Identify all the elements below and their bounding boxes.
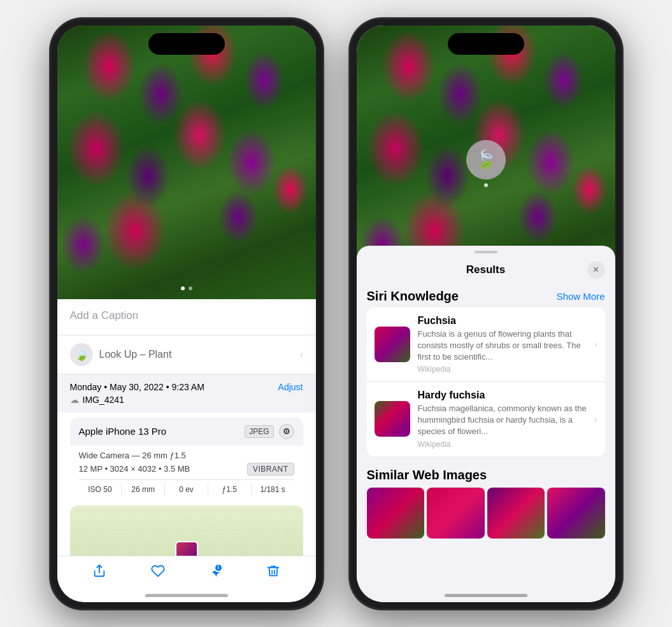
camera-info-card: Apple iPhone 13 Pro JPEG ⚙ Wide Camera —… [70,418,303,500]
photo-info-section: Monday • May 30, 2022 • 9:23 AM Adjust ☁… [57,374,316,412]
flower-photo-left [57,25,316,299]
photo-dots-left [181,286,192,290]
trash-icon [266,564,280,582]
info-sparkle-wrap: ✦ i [210,565,222,581]
siri-knowledge-header: Siri Knowledge Show More [357,284,615,307]
caption-placeholder[interactable]: Add a Caption [70,309,139,321]
show-more-button[interactable]: Show More [557,291,605,302]
info-badge-letter: i [217,565,219,570]
vibrant-badge: VIBRANT [247,463,294,476]
hardy-thumb-image [375,401,410,437]
results-title: Results [385,264,587,276]
similar-image-3[interactable] [487,488,545,539]
similar-title: Similar Web Images [367,468,605,483]
share-icon [92,564,106,582]
hardy-thumbnail [375,401,410,437]
bottom-toolbar: ✦ i [57,556,316,584]
results-header: Results ✕ [357,253,615,284]
left-phone: Add a Caption 🍃 Look Up – Plant › Monday… [50,18,324,610]
spec-ev: 0 ev [165,484,208,495]
hardy-description: Fuchsia magellanica, commonly known as t… [418,403,587,438]
camera-name: Apple iPhone 13 Pro [79,426,167,437]
close-icon: ✕ [592,265,599,274]
lookup-chevron-icon: › [300,349,303,360]
hardy-name: Hardy fuchsia [418,390,587,401]
adjust-button[interactable]: Adjust [278,382,303,392]
like-button[interactable] [151,564,165,582]
lookup-label: Look Up – [99,349,146,360]
camera-lens: Wide Camera — 26 mm ƒ1.5 [79,451,294,460]
fuchsia-thumb-image [375,327,410,362]
spec-iso: ISO 50 [79,484,122,495]
flower-background-left [57,25,316,299]
jpeg-badge: JPEG [245,425,273,438]
results-scroll[interactable]: Siri Knowledge Show More Fuchsia Fuchsia… [357,284,615,602]
similar-image-1[interactable] [367,488,425,539]
cloud-icon: ☁ [70,395,79,405]
lookup-subject: Plant [148,349,171,360]
siri-dot [484,183,488,187]
camera-specs-row: ISO 50 26 mm 0 ev ƒ1.5 1/181 s [79,479,294,495]
share-button[interactable] [92,564,106,582]
knowledge-item-hardy[interactable]: Hardy fuchsia Fuchsia magellanica, commo… [367,381,605,456]
lookup-text: Look Up – Plant [99,349,172,360]
dynamic-island-right [448,33,524,55]
knowledge-card: Fuchsia Fuchsia is a genus of flowering … [367,307,605,456]
info-button[interactable]: ✦ i [210,565,222,581]
home-indicator-left [145,594,228,597]
siri-knowledge-title: Siri Knowledge [367,289,459,304]
camera-header: Apple iPhone 13 Pro JPEG ⚙ [70,418,303,446]
trash-button[interactable] [266,564,280,582]
similar-images-row [367,488,605,539]
photo-date: Monday • May 30, 2022 • 9:23 AM [70,382,204,392]
home-indicator-right [445,594,527,597]
siri-leaf-icon: 🍃 [475,149,497,170]
dot-1 [181,286,185,290]
right-phone: 🍃 Results ✕ [349,18,623,610]
camera-details: Wide Camera — 26 mm ƒ1.5 12 MP • 3024 × … [70,446,303,500]
hardy-source: Wikipedia [418,440,587,449]
info-date-row: Monday • May 30, 2022 • 9:23 AM Adjust [70,382,303,392]
lookup-row[interactable]: 🍃 Look Up – Plant › [57,335,316,374]
lookup-icon-circle: 🍃 [70,343,93,366]
fuchsia-chevron-icon: › [594,339,597,349]
caption-area[interactable]: Add a Caption [57,299,316,335]
hardy-chevron-icon: › [594,414,597,424]
fuchsia-content: Fuchsia Fuchsia is a genus of flowering … [418,315,587,374]
photo-section-left[interactable] [57,25,316,299]
camera-badges: JPEG ⚙ [245,424,294,439]
right-screen: 🍃 Results ✕ [357,25,615,602]
heart-icon [151,564,165,582]
filename-row: ☁ IMG_4241 [70,395,303,405]
camera-mp-row: 12 MP • 3024 × 4032 • 3.5 MB VIBRANT [79,463,294,476]
dynamic-island-left [148,33,225,55]
fuchsia-description: Fuchsia is a genus of flowering plants t… [418,328,587,363]
left-screen: Add a Caption 🍃 Look Up – Plant › Monday… [57,25,316,602]
gear-icon[interactable]: ⚙ [279,424,294,439]
filename: IMG_4241 [83,395,124,405]
fuchsia-name: Fuchsia [418,315,587,327]
fuchsia-source: Wikipedia [418,365,587,374]
similar-image-2[interactable] [427,488,485,539]
similar-image-4[interactable] [547,488,605,539]
camera-megapixels: 12 MP • 3024 × 4032 • 3.5 MB [79,464,190,474]
results-panel: Results ✕ Siri Knowledge Show More [357,246,615,602]
fuchsia-thumbnail [375,327,410,362]
info-badge: i [214,563,223,572]
dot-2 [189,286,192,290]
spec-mm: 26 mm [122,484,165,495]
siri-recognition-button[interactable]: 🍃 [466,140,506,180]
close-button[interactable]: ✕ [587,261,605,279]
hardy-content: Hardy fuchsia Fuchsia magellanica, commo… [418,390,587,449]
knowledge-item-fuchsia[interactable]: Fuchsia Fuchsia is a genus of flowering … [367,307,605,382]
leaf-icon: 🍃 [75,348,89,362]
similar-section: Similar Web Images [357,460,615,542]
spec-aperture: ƒ1.5 [208,484,252,495]
spec-shutter: 1/181 s [252,484,294,495]
